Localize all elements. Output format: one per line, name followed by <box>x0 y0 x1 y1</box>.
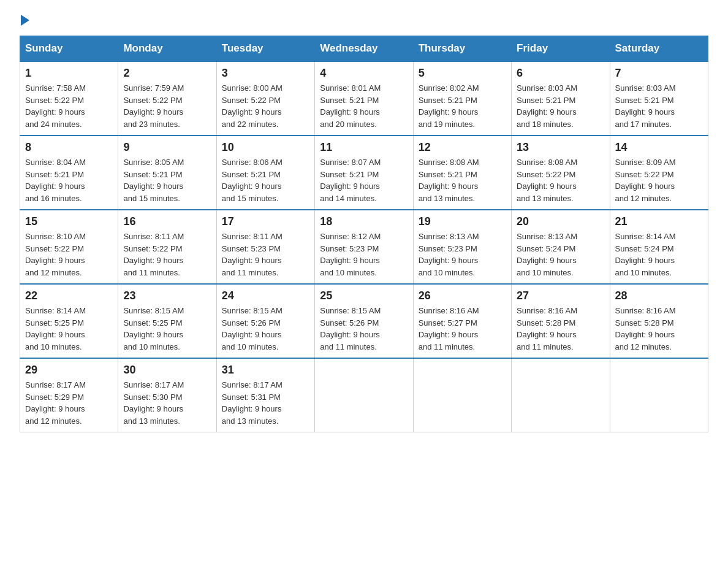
calendar-cell: 14Sunrise: 8:09 AMSunset: 5:22 PMDayligh… <box>610 136 708 210</box>
calendar-cell: 11Sunrise: 8:07 AMSunset: 5:21 PMDayligh… <box>315 136 413 210</box>
calendar-cell: 26Sunrise: 8:16 AMSunset: 5:27 PMDayligh… <box>413 284 511 358</box>
day-info: Sunrise: 8:11 AMSunset: 5:22 PMDaylight:… <box>123 231 211 278</box>
day-number: 23 <box>123 289 211 302</box>
day-number: 15 <box>25 215 113 228</box>
day-info: Sunrise: 8:09 AMSunset: 5:22 PMDaylight:… <box>615 156 703 204</box>
calendar-table: SundayMondayTuesdayWednesdayThursdayFrid… <box>20 36 708 432</box>
calendar-cell: 21Sunrise: 8:14 AMSunset: 5:24 PMDayligh… <box>610 210 708 284</box>
day-number: 28 <box>615 289 703 302</box>
day-info: Sunrise: 8:17 AMSunset: 5:31 PMDaylight:… <box>222 379 309 427</box>
day-number: 17 <box>222 215 309 228</box>
day-info: Sunrise: 8:04 AMSunset: 5:21 PMDaylight:… <box>25 156 113 204</box>
day-number: 20 <box>517 215 604 228</box>
day-info: Sunrise: 8:08 AMSunset: 5:21 PMDaylight:… <box>419 156 506 204</box>
page-header <box>20 15 708 26</box>
day-info: Sunrise: 8:14 AMSunset: 5:24 PMDaylight:… <box>615 231 703 278</box>
day-number: 31 <box>222 364 309 377</box>
day-info: Sunrise: 8:13 AMSunset: 5:24 PMDaylight:… <box>517 231 604 278</box>
calendar-cell: 15Sunrise: 8:10 AMSunset: 5:22 PMDayligh… <box>20 210 118 284</box>
logo-triangle-icon <box>21 15 29 26</box>
day-info: Sunrise: 8:15 AMSunset: 5:25 PMDaylight:… <box>123 305 211 353</box>
day-info: Sunrise: 8:16 AMSunset: 5:28 PMDaylight:… <box>615 305 703 353</box>
day-number: 8 <box>25 141 113 154</box>
logo <box>20 15 31 26</box>
day-info: Sunrise: 7:59 AMSunset: 5:22 PMDaylight:… <box>123 82 211 130</box>
day-number: 7 <box>615 67 703 80</box>
calendar-cell: 29Sunrise: 8:17 AMSunset: 5:29 PMDayligh… <box>20 358 118 432</box>
column-header-wednesday: Wednesday <box>315 36 413 62</box>
day-number: 9 <box>123 141 211 154</box>
day-number: 26 <box>419 289 506 302</box>
day-number: 1 <box>25 67 113 80</box>
day-number: 5 <box>419 67 506 80</box>
calendar-week-row: 29Sunrise: 8:17 AMSunset: 5:29 PMDayligh… <box>20 358 708 432</box>
calendar-cell: 3Sunrise: 8:00 AMSunset: 5:22 PMDaylight… <box>216 61 314 136</box>
column-header-sunday: Sunday <box>20 36 118 62</box>
calendar-week-row: 8Sunrise: 8:04 AMSunset: 5:21 PMDaylight… <box>20 136 708 210</box>
day-info: Sunrise: 8:02 AMSunset: 5:21 PMDaylight:… <box>419 82 506 130</box>
calendar-cell: 5Sunrise: 8:02 AMSunset: 5:21 PMDaylight… <box>413 61 511 136</box>
day-info: Sunrise: 8:07 AMSunset: 5:21 PMDaylight:… <box>320 156 408 204</box>
calendar-cell: 20Sunrise: 8:13 AMSunset: 5:24 PMDayligh… <box>512 210 610 284</box>
column-header-tuesday: Tuesday <box>216 36 314 62</box>
day-number: 24 <box>222 289 309 302</box>
calendar-cell: 24Sunrise: 8:15 AMSunset: 5:26 PMDayligh… <box>216 284 314 358</box>
calendar-cell: 28Sunrise: 8:16 AMSunset: 5:28 PMDayligh… <box>610 284 708 358</box>
day-info: Sunrise: 8:15 AMSunset: 5:26 PMDaylight:… <box>222 305 309 353</box>
calendar-cell <box>413 358 511 432</box>
day-info: Sunrise: 8:06 AMSunset: 5:21 PMDaylight:… <box>222 156 309 204</box>
calendar-cell: 30Sunrise: 8:17 AMSunset: 5:30 PMDayligh… <box>118 358 216 432</box>
calendar-cell: 9Sunrise: 8:05 AMSunset: 5:21 PMDaylight… <box>118 136 216 210</box>
day-number: 11 <box>320 141 408 154</box>
calendar-cell: 22Sunrise: 8:14 AMSunset: 5:25 PMDayligh… <box>20 284 118 358</box>
day-info: Sunrise: 8:16 AMSunset: 5:27 PMDaylight:… <box>419 305 506 353</box>
column-header-saturday: Saturday <box>610 36 708 62</box>
day-info: Sunrise: 8:05 AMSunset: 5:21 PMDaylight:… <box>123 156 211 204</box>
calendar-cell: 10Sunrise: 8:06 AMSunset: 5:21 PMDayligh… <box>216 136 314 210</box>
day-number: 19 <box>419 215 506 228</box>
day-info: Sunrise: 8:17 AMSunset: 5:29 PMDaylight:… <box>25 379 113 427</box>
day-info: Sunrise: 8:10 AMSunset: 5:22 PMDaylight:… <box>25 231 113 278</box>
day-number: 22 <box>25 289 113 302</box>
day-info: Sunrise: 8:03 AMSunset: 5:21 PMDaylight:… <box>517 82 604 130</box>
day-number: 4 <box>320 67 408 80</box>
calendar-cell: 16Sunrise: 8:11 AMSunset: 5:22 PMDayligh… <box>118 210 216 284</box>
day-number: 21 <box>615 215 703 228</box>
day-info: Sunrise: 8:00 AMSunset: 5:22 PMDaylight:… <box>222 82 309 130</box>
day-info: Sunrise: 8:14 AMSunset: 5:25 PMDaylight:… <box>25 305 113 353</box>
day-number: 29 <box>25 364 113 377</box>
day-info: Sunrise: 8:11 AMSunset: 5:23 PMDaylight:… <box>222 231 309 278</box>
calendar-cell: 13Sunrise: 8:08 AMSunset: 5:22 PMDayligh… <box>512 136 610 210</box>
day-number: 30 <box>123 364 211 377</box>
calendar-cell: 25Sunrise: 8:15 AMSunset: 5:26 PMDayligh… <box>315 284 413 358</box>
calendar-cell: 17Sunrise: 8:11 AMSunset: 5:23 PMDayligh… <box>216 210 314 284</box>
day-number: 6 <box>517 67 604 80</box>
day-number: 27 <box>517 289 604 302</box>
day-info: Sunrise: 8:16 AMSunset: 5:28 PMDaylight:… <box>517 305 604 353</box>
day-info: Sunrise: 8:13 AMSunset: 5:23 PMDaylight:… <box>419 231 506 278</box>
day-info: Sunrise: 8:03 AMSunset: 5:21 PMDaylight:… <box>615 82 703 130</box>
column-header-monday: Monday <box>118 36 216 62</box>
calendar-cell <box>315 358 413 432</box>
column-header-friday: Friday <box>512 36 610 62</box>
calendar-cell: 2Sunrise: 7:59 AMSunset: 5:22 PMDaylight… <box>118 61 216 136</box>
day-number: 16 <box>123 215 211 228</box>
day-info: Sunrise: 7:58 AMSunset: 5:22 PMDaylight:… <box>25 82 113 130</box>
calendar-header-row: SundayMondayTuesdayWednesdayThursdayFrid… <box>20 36 708 62</box>
day-info: Sunrise: 8:01 AMSunset: 5:21 PMDaylight:… <box>320 82 408 130</box>
day-number: 18 <box>320 215 408 228</box>
calendar-cell: 18Sunrise: 8:12 AMSunset: 5:23 PMDayligh… <box>315 210 413 284</box>
day-number: 12 <box>419 141 506 154</box>
calendar-cell: 6Sunrise: 8:03 AMSunset: 5:21 PMDaylight… <box>512 61 610 136</box>
calendar-cell: 8Sunrise: 8:04 AMSunset: 5:21 PMDaylight… <box>20 136 118 210</box>
day-info: Sunrise: 8:17 AMSunset: 5:30 PMDaylight:… <box>123 379 211 427</box>
day-info: Sunrise: 8:08 AMSunset: 5:22 PMDaylight:… <box>517 156 604 204</box>
column-header-thursday: Thursday <box>413 36 511 62</box>
calendar-week-row: 15Sunrise: 8:10 AMSunset: 5:22 PMDayligh… <box>20 210 708 284</box>
calendar-cell <box>610 358 708 432</box>
calendar-cell: 27Sunrise: 8:16 AMSunset: 5:28 PMDayligh… <box>512 284 610 358</box>
calendar-cell: 19Sunrise: 8:13 AMSunset: 5:23 PMDayligh… <box>413 210 511 284</box>
calendar-week-row: 1Sunrise: 7:58 AMSunset: 5:22 PMDaylight… <box>20 61 708 136</box>
day-number: 2 <box>123 67 211 80</box>
calendar-cell: 4Sunrise: 8:01 AMSunset: 5:21 PMDaylight… <box>315 61 413 136</box>
